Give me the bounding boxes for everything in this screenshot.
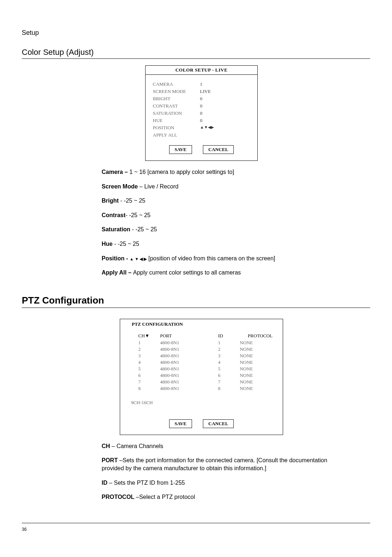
color-setup-dialog: COLOR SETUP - LIVE CAMERA1 SCREEN MODELI… bbox=[145, 65, 258, 161]
ptz-table-area: CH▼ PORT ID PROTOCOL 14800-8N11NONE 2480… bbox=[120, 331, 283, 395]
table-header-row: CH▼ PORT ID PROTOCOL bbox=[138, 333, 273, 340]
dialog-row: SCREEN MODELIVE bbox=[153, 89, 250, 94]
cell-protocol: NONE bbox=[240, 372, 273, 379]
desc-protocol: PROTOCOL –Select a PTZ protocol bbox=[102, 493, 348, 501]
dialog-value: 0 bbox=[200, 103, 203, 109]
col-header-id: ID bbox=[218, 333, 240, 340]
col-header-protocol: PROTOCOL bbox=[240, 333, 273, 340]
cell-port: 4800-8N1 bbox=[160, 359, 218, 366]
cell-id: 2 bbox=[218, 346, 240, 353]
dialog-value: 0 bbox=[200, 118, 203, 123]
table-row: 14800-8N11NONE bbox=[138, 340, 273, 346]
table-row: 24800-8N12NONE bbox=[138, 346, 273, 353]
cell-id: 8 bbox=[218, 385, 240, 392]
cell-protocol: NONE bbox=[240, 340, 273, 346]
dialog-label: HUE bbox=[153, 118, 200, 123]
desc-position: Position - ▲ ▼ ◀ ▶ [position of video fr… bbox=[102, 255, 348, 263]
dialog-row: HUE0 bbox=[153, 118, 250, 123]
save-button[interactable]: SAVE bbox=[169, 419, 192, 428]
cell-id: 1 bbox=[218, 340, 240, 346]
col-header-ch: CH▼ bbox=[138, 333, 160, 340]
cell-id: 3 bbox=[218, 353, 240, 359]
cell-protocol: NONE bbox=[240, 359, 273, 366]
dialog-label: SATURATION bbox=[153, 110, 200, 116]
cell-ch: 5 bbox=[138, 366, 160, 372]
color-setup-content: Camera – 1 ~ 16 [camera to apply color s… bbox=[102, 168, 348, 277]
cell-ch: 8 bbox=[138, 385, 160, 392]
dialog-row: CONTRAST0 bbox=[153, 103, 250, 109]
desc-contrast: Contrast- -25 ~ 25 bbox=[102, 211, 348, 219]
table-row: 44800-8N14NONE bbox=[138, 359, 273, 366]
table-row: 34800-8N13NONE bbox=[138, 353, 273, 359]
page-number: 36 bbox=[22, 527, 370, 532]
save-button[interactable]: SAVE bbox=[169, 145, 192, 154]
dialog-label: BRIGHT bbox=[153, 96, 200, 102]
dialog-label: APPLY ALL bbox=[153, 132, 200, 138]
cell-ch: 4 bbox=[138, 359, 160, 366]
dialog-value: LIVE bbox=[200, 89, 211, 94]
desc-id: ID – Sets the PTZ ID from 1-255 bbox=[102, 479, 348, 487]
dialog-body: CAMERA1 SCREEN MODELIVE BRIGHT0 CONTRAST… bbox=[146, 75, 257, 142]
cell-port: 4800-8N1 bbox=[160, 353, 218, 359]
desc-screen-mode: Screen Mode – Live / Record bbox=[102, 183, 348, 191]
dialog-row: POSITION▲▼◀▶ bbox=[153, 125, 250, 131]
cell-ch: 3 bbox=[138, 353, 160, 359]
cell-port: 4800-8N1 bbox=[160, 346, 218, 353]
cell-port: 4800-8N1 bbox=[160, 385, 218, 392]
ptz-channel-range: 9CH-16CH bbox=[120, 395, 283, 416]
cell-port: 4800-8N1 bbox=[160, 366, 218, 372]
dialog-button-row: SAVE CANCEL bbox=[120, 416, 283, 435]
desc-apply-all: Apply All – Apply current color settings… bbox=[102, 269, 348, 277]
ptz-config-dialog: PTZ CONFIGURATION CH▼ PORT ID PROTOCOL 1… bbox=[120, 319, 283, 435]
cell-id: 5 bbox=[218, 366, 240, 372]
dialog-row: BRIGHT0 bbox=[153, 96, 250, 102]
table-row: 84800-8N18NONE bbox=[138, 385, 273, 392]
dialog-row: APPLY ALL bbox=[153, 132, 250, 138]
dialog-row: CAMERA1 bbox=[153, 81, 250, 87]
dialog-label: SCREEN MODE bbox=[153, 89, 200, 94]
dialog-label: POSITION bbox=[153, 125, 200, 131]
cell-protocol: NONE bbox=[240, 353, 273, 359]
table-row: 74800-8N17NONE bbox=[138, 379, 273, 385]
cancel-button[interactable]: CANCEL bbox=[203, 145, 234, 154]
cell-ch: 6 bbox=[138, 372, 160, 379]
cell-id: 6 bbox=[218, 372, 240, 379]
desc-port: PORT –Sets the port information for the … bbox=[102, 456, 348, 472]
table-row: 64800-8N16NONE bbox=[138, 372, 273, 379]
dialog-value: 0 bbox=[200, 96, 203, 102]
dialog-button-row: SAVE CANCEL bbox=[146, 142, 257, 160]
cell-id: 7 bbox=[218, 379, 240, 385]
arrow-icons: ▲ ▼ ◀ ▶ bbox=[130, 257, 147, 261]
dialog-row: SATURATION0 bbox=[153, 110, 250, 116]
dialog-value: 1 bbox=[200, 81, 203, 87]
cell-protocol: NONE bbox=[240, 379, 273, 385]
cell-protocol: NONE bbox=[240, 366, 273, 372]
cell-port: 4800-8N1 bbox=[160, 379, 218, 385]
divider bbox=[22, 58, 370, 59]
page-header: Setup bbox=[22, 29, 370, 37]
cell-ch: 7 bbox=[138, 379, 160, 385]
cell-id: 4 bbox=[218, 359, 240, 366]
table-row: 54800-8N15NONE bbox=[138, 366, 273, 372]
dialog-title: PTZ CONFIGURATION bbox=[120, 319, 283, 331]
desc-bright: Bright - -25 ~ 25 bbox=[102, 197, 348, 205]
desc-camera: Camera – 1 ~ 16 [camera to apply color s… bbox=[102, 168, 348, 176]
cell-protocol: NONE bbox=[240, 346, 273, 353]
footer-divider bbox=[22, 523, 370, 523]
dialog-label: CAMERA bbox=[153, 81, 200, 87]
cell-port: 4800-8N1 bbox=[160, 372, 218, 379]
cell-port: 4800-8N1 bbox=[160, 340, 218, 346]
dialog-value: 0 bbox=[200, 110, 203, 116]
desc-hue: Hue - -25 ~ 25 bbox=[102, 240, 348, 248]
ptz-content: CH – Camera Channels PORT –Sets the port… bbox=[102, 442, 348, 501]
desc-saturation: Saturation - -25 ~ 25 bbox=[102, 225, 348, 233]
section-title-color-setup: Color Setup (Adjust) bbox=[22, 48, 370, 57]
section-title-ptz: PTZ Configuration bbox=[22, 295, 370, 306]
cell-protocol: NONE bbox=[240, 385, 273, 392]
cell-ch: 1 bbox=[138, 340, 160, 346]
divider bbox=[22, 308, 370, 308]
cancel-button[interactable]: CANCEL bbox=[203, 419, 234, 428]
ptz-table: CH▼ PORT ID PROTOCOL 14800-8N11NONE 2480… bbox=[138, 333, 273, 392]
desc-ch: CH – Camera Channels bbox=[102, 442, 348, 450]
dialog-title: COLOR SETUP - LIVE bbox=[146, 66, 257, 75]
